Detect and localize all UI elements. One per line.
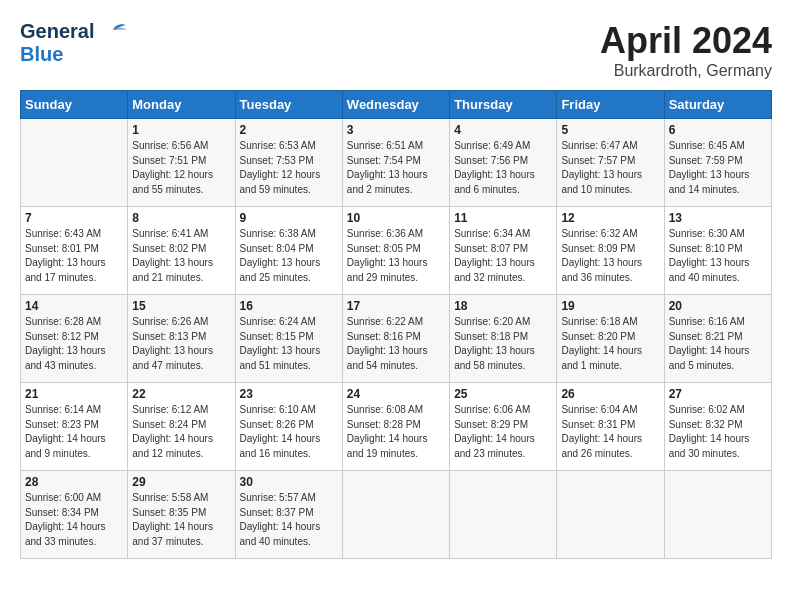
calendar-cell: 28Sunrise: 6:00 AM Sunset: 8:34 PM Dayli… — [21, 471, 128, 559]
day-info: Sunrise: 6:32 AM Sunset: 8:09 PM Dayligh… — [561, 227, 659, 285]
logo-text-general: General — [20, 20, 94, 42]
day-info: Sunrise: 6:51 AM Sunset: 7:54 PM Dayligh… — [347, 139, 445, 197]
calendar-cell: 20Sunrise: 6:16 AM Sunset: 8:21 PM Dayli… — [664, 295, 771, 383]
day-number: 5 — [561, 123, 659, 137]
calendar-cell: 29Sunrise: 5:58 AM Sunset: 8:35 PM Dayli… — [128, 471, 235, 559]
day-number: 16 — [240, 299, 338, 313]
calendar-table: SundayMondayTuesdayWednesdayThursdayFrid… — [20, 90, 772, 559]
calendar-cell: 10Sunrise: 6:36 AM Sunset: 8:05 PM Dayli… — [342, 207, 449, 295]
day-info: Sunrise: 6:41 AM Sunset: 8:02 PM Dayligh… — [132, 227, 230, 285]
weekday-header-thursday: Thursday — [450, 91, 557, 119]
week-row-5: 28Sunrise: 6:00 AM Sunset: 8:34 PM Dayli… — [21, 471, 772, 559]
calendar-cell: 3Sunrise: 6:51 AM Sunset: 7:54 PM Daylig… — [342, 119, 449, 207]
day-number: 26 — [561, 387, 659, 401]
day-number: 29 — [132, 475, 230, 489]
calendar-cell: 15Sunrise: 6:26 AM Sunset: 8:13 PM Dayli… — [128, 295, 235, 383]
day-info: Sunrise: 6:16 AM Sunset: 8:21 PM Dayligh… — [669, 315, 767, 373]
day-number: 12 — [561, 211, 659, 225]
title-block: April 2024 Burkardroth, Germany — [600, 20, 772, 80]
day-info: Sunrise: 6:26 AM Sunset: 8:13 PM Dayligh… — [132, 315, 230, 373]
calendar-cell: 23Sunrise: 6:10 AM Sunset: 8:26 PM Dayli… — [235, 383, 342, 471]
calendar-cell — [342, 471, 449, 559]
day-number: 22 — [132, 387, 230, 401]
day-info: Sunrise: 5:57 AM Sunset: 8:37 PM Dayligh… — [240, 491, 338, 549]
day-info: Sunrise: 6:12 AM Sunset: 8:24 PM Dayligh… — [132, 403, 230, 461]
calendar-cell: 7Sunrise: 6:43 AM Sunset: 8:01 PM Daylig… — [21, 207, 128, 295]
day-number: 30 — [240, 475, 338, 489]
calendar-cell: 22Sunrise: 6:12 AM Sunset: 8:24 PM Dayli… — [128, 383, 235, 471]
day-info: Sunrise: 6:28 AM Sunset: 8:12 PM Dayligh… — [25, 315, 123, 373]
day-info: Sunrise: 6:10 AM Sunset: 8:26 PM Dayligh… — [240, 403, 338, 461]
day-info: Sunrise: 6:38 AM Sunset: 8:04 PM Dayligh… — [240, 227, 338, 285]
day-number: 1 — [132, 123, 230, 137]
day-number: 28 — [25, 475, 123, 489]
day-number: 19 — [561, 299, 659, 313]
logo-bird-icon — [99, 22, 127, 38]
day-number: 17 — [347, 299, 445, 313]
day-info: Sunrise: 6:18 AM Sunset: 8:20 PM Dayligh… — [561, 315, 659, 373]
day-number: 24 — [347, 387, 445, 401]
calendar-cell: 11Sunrise: 6:34 AM Sunset: 8:07 PM Dayli… — [450, 207, 557, 295]
calendar-cell: 17Sunrise: 6:22 AM Sunset: 8:16 PM Dayli… — [342, 295, 449, 383]
month-title: April 2024 — [600, 20, 772, 62]
day-info: Sunrise: 6:24 AM Sunset: 8:15 PM Dayligh… — [240, 315, 338, 373]
calendar-cell: 30Sunrise: 5:57 AM Sunset: 8:37 PM Dayli… — [235, 471, 342, 559]
weekday-header-sunday: Sunday — [21, 91, 128, 119]
week-row-2: 7Sunrise: 6:43 AM Sunset: 8:01 PM Daylig… — [21, 207, 772, 295]
day-info: Sunrise: 6:53 AM Sunset: 7:53 PM Dayligh… — [240, 139, 338, 197]
day-number: 20 — [669, 299, 767, 313]
day-info: Sunrise: 6:14 AM Sunset: 8:23 PM Dayligh… — [25, 403, 123, 461]
day-number: 18 — [454, 299, 552, 313]
calendar-cell: 25Sunrise: 6:06 AM Sunset: 8:29 PM Dayli… — [450, 383, 557, 471]
day-number: 9 — [240, 211, 338, 225]
weekday-header-wednesday: Wednesday — [342, 91, 449, 119]
day-info: Sunrise: 6:00 AM Sunset: 8:34 PM Dayligh… — [25, 491, 123, 549]
day-number: 27 — [669, 387, 767, 401]
week-row-4: 21Sunrise: 6:14 AM Sunset: 8:23 PM Dayli… — [21, 383, 772, 471]
day-info: Sunrise: 6:49 AM Sunset: 7:56 PM Dayligh… — [454, 139, 552, 197]
calendar-cell — [450, 471, 557, 559]
weekday-header-saturday: Saturday — [664, 91, 771, 119]
calendar-cell: 8Sunrise: 6:41 AM Sunset: 8:02 PM Daylig… — [128, 207, 235, 295]
calendar-cell: 24Sunrise: 6:08 AM Sunset: 8:28 PM Dayli… — [342, 383, 449, 471]
day-number: 3 — [347, 123, 445, 137]
week-row-3: 14Sunrise: 6:28 AM Sunset: 8:12 PM Dayli… — [21, 295, 772, 383]
day-info: Sunrise: 6:22 AM Sunset: 8:16 PM Dayligh… — [347, 315, 445, 373]
day-info: Sunrise: 6:06 AM Sunset: 8:29 PM Dayligh… — [454, 403, 552, 461]
day-info: Sunrise: 6:45 AM Sunset: 7:59 PM Dayligh… — [669, 139, 767, 197]
day-info: Sunrise: 6:08 AM Sunset: 8:28 PM Dayligh… — [347, 403, 445, 461]
day-info: Sunrise: 6:43 AM Sunset: 8:01 PM Dayligh… — [25, 227, 123, 285]
calendar-cell: 2Sunrise: 6:53 AM Sunset: 7:53 PM Daylig… — [235, 119, 342, 207]
calendar-cell — [664, 471, 771, 559]
calendar-cell: 5Sunrise: 6:47 AM Sunset: 7:57 PM Daylig… — [557, 119, 664, 207]
calendar-cell: 26Sunrise: 6:04 AM Sunset: 8:31 PM Dayli… — [557, 383, 664, 471]
day-info: Sunrise: 6:20 AM Sunset: 8:18 PM Dayligh… — [454, 315, 552, 373]
calendar-cell: 1Sunrise: 6:56 AM Sunset: 7:51 PM Daylig… — [128, 119, 235, 207]
logo-text-blue: Blue — [20, 43, 63, 66]
calendar-cell: 27Sunrise: 6:02 AM Sunset: 8:32 PM Dayli… — [664, 383, 771, 471]
calendar-cell: 18Sunrise: 6:20 AM Sunset: 8:18 PM Dayli… — [450, 295, 557, 383]
day-info: Sunrise: 6:02 AM Sunset: 8:32 PM Dayligh… — [669, 403, 767, 461]
day-number: 2 — [240, 123, 338, 137]
day-number: 6 — [669, 123, 767, 137]
day-number: 15 — [132, 299, 230, 313]
calendar-cell: 16Sunrise: 6:24 AM Sunset: 8:15 PM Dayli… — [235, 295, 342, 383]
day-number: 7 — [25, 211, 123, 225]
calendar-cell — [21, 119, 128, 207]
location-title: Burkardroth, Germany — [600, 62, 772, 80]
calendar-cell: 21Sunrise: 6:14 AM Sunset: 8:23 PM Dayli… — [21, 383, 128, 471]
calendar-cell: 4Sunrise: 6:49 AM Sunset: 7:56 PM Daylig… — [450, 119, 557, 207]
day-number: 13 — [669, 211, 767, 225]
week-row-1: 1Sunrise: 6:56 AM Sunset: 7:51 PM Daylig… — [21, 119, 772, 207]
day-number: 10 — [347, 211, 445, 225]
page-header: General Blue April 2024 Burkardroth, Ger… — [20, 20, 772, 80]
calendar-cell: 12Sunrise: 6:32 AM Sunset: 8:09 PM Dayli… — [557, 207, 664, 295]
weekday-header-row: SundayMondayTuesdayWednesdayThursdayFrid… — [21, 91, 772, 119]
day-number: 14 — [25, 299, 123, 313]
day-number: 23 — [240, 387, 338, 401]
calendar-cell: 13Sunrise: 6:30 AM Sunset: 8:10 PM Dayli… — [664, 207, 771, 295]
day-number: 8 — [132, 211, 230, 225]
weekday-header-friday: Friday — [557, 91, 664, 119]
weekday-header-tuesday: Tuesday — [235, 91, 342, 119]
calendar-cell — [557, 471, 664, 559]
